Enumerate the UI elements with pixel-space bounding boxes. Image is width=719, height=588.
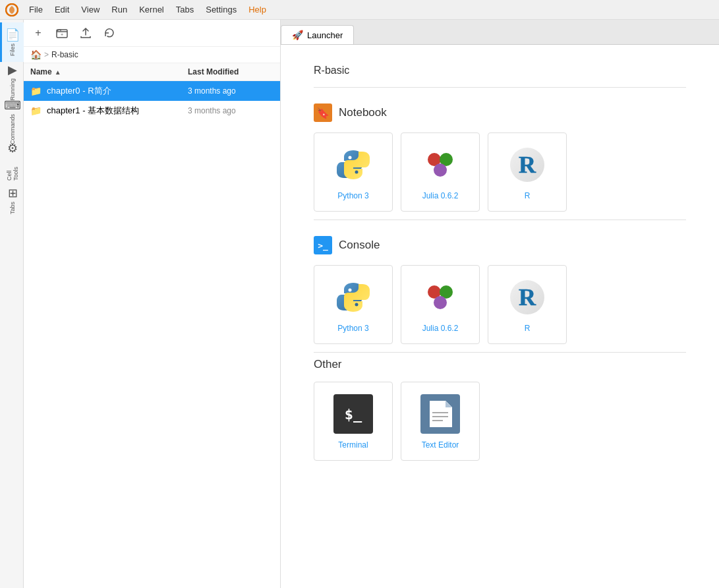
menu-edit[interactable]: Edit	[49, 3, 74, 16]
notebook-julia-label: Julia 0.6.2	[422, 191, 459, 200]
console-julia-card[interactable]: Julia 0.6.2	[401, 265, 480, 344]
launcher-tab-icon: 🚀	[292, 30, 303, 40]
refresh-button[interactable]	[100, 24, 119, 42]
home-link[interactable]: 🏠	[30, 49, 42, 60]
name-column-header[interactable]: Name ▲	[30, 67, 188, 76]
menu-view[interactable]: View	[76, 3, 105, 16]
console-section-icon: >_	[314, 236, 332, 254]
launcher-section-title: R-basic	[314, 65, 686, 76]
sidebar-item-commands[interactable]: ⌨ Commands	[0, 102, 24, 141]
notebook-r-card[interactable]: R R	[488, 132, 567, 212]
notebook-julia-card[interactable]: Julia 0.6.2	[401, 132, 480, 212]
file-name-chapter0: chapter0 - R简介	[47, 85, 183, 97]
file-list-header: Name ▲ Last Modified	[24, 63, 280, 81]
console-r-label: R	[525, 324, 531, 333]
svg-text:+: +	[61, 32, 63, 37]
menu-file[interactable]: File	[24, 3, 48, 16]
sidebar-item-running[interactable]: ▶ Running	[0, 62, 24, 102]
file-date-chapter0: 3 months ago	[188, 86, 273, 96]
texteditor-icon	[419, 393, 461, 435]
menu-tabs[interactable]: Tabs	[171, 3, 199, 16]
julia-notebook-icon	[419, 144, 461, 186]
svg-text:R: R	[519, 152, 536, 178]
julia-console-icon	[419, 276, 461, 318]
sidebar-item-tabs[interactable]: ⊞ Tabs	[0, 181, 24, 220]
terminal-icon-box: $_	[333, 394, 373, 434]
notebook-section-label: Notebook	[339, 106, 387, 119]
python3-notebook-icon	[332, 144, 374, 186]
menu-kernel[interactable]: Kernel	[134, 3, 169, 16]
svg-point-3	[349, 156, 352, 160]
file-item-chapter1[interactable]: 📁 chapter1 - 基本数据结构 3 months ago	[24, 101, 280, 121]
console-r-card[interactable]: R R	[488, 265, 567, 344]
menu-run[interactable]: Run	[106, 3, 132, 16]
launcher-tab[interactable]: 🚀 Launcher	[281, 25, 354, 44]
r-console-icon: R	[506, 276, 548, 318]
menu-help[interactable]: Help	[243, 3, 272, 16]
new-launcher-button[interactable]: +	[29, 24, 47, 42]
breadcrumb-separator: >	[44, 50, 49, 59]
console-julia-label: Julia 0.6.2	[422, 324, 459, 333]
sidebar-label-files: Files	[9, 44, 16, 56]
launcher-content: R-basic 🔖 Notebook	[281, 45, 719, 588]
file-toolbar: + +	[24, 20, 280, 47]
sidebar-item-celltools[interactable]: ⚙ Cell Tools	[0, 141, 24, 181]
file-item-chapter0[interactable]: 📁 chapter0 - R简介 3 months ago	[24, 81, 280, 101]
notebook-python3-label: Python 3	[337, 191, 368, 200]
divider-2	[314, 220, 686, 220]
python3-console-icon	[332, 276, 374, 318]
tabs-icon: ⊞	[8, 186, 18, 200]
sidebar-label-celltools: Cell Tools	[6, 157, 19, 181]
folder-icon-chapter0: 📁	[30, 86, 42, 96]
breadcrumb-current: R-basic	[51, 50, 78, 59]
sidebar-label-commands: Commands	[9, 114, 16, 144]
console-section-header: >_ Console	[314, 236, 686, 254]
notebook-section-icon: 🔖	[314, 103, 332, 122]
sidebar-label-running: Running	[9, 78, 16, 101]
notebook-r-label: R	[525, 191, 531, 200]
file-panel: + + 🏠 > R-basic Name ▲ Last Modified	[24, 20, 281, 588]
other-section-title: Other	[314, 358, 686, 371]
file-name-chapter1: chapter1 - 基本数据结构	[47, 105, 183, 117]
tab-bar: 🚀 Launcher	[281, 20, 719, 45]
texteditor-icon-box	[420, 394, 460, 434]
folder-icon-chapter1: 📁	[30, 105, 42, 116]
r-notebook-icon: R	[506, 144, 548, 186]
terminal-card[interactable]: $_ Terminal	[314, 382, 393, 461]
other-items-grid: $_ Terminal	[314, 382, 686, 461]
svg-point-11	[355, 303, 359, 307]
console-section-label: Console	[339, 239, 380, 252]
terminal-label: Terminal	[338, 440, 368, 450]
console-python3-card[interactable]: Python 3	[314, 265, 393, 344]
notebook-kernel-grid: Python 3 Julia 0.6.2	[314, 132, 686, 212]
sort-arrow-icon: ▲	[55, 69, 61, 76]
svg-point-4	[355, 171, 359, 174]
main-area: 📄 Files ▶ Running ⌨ Commands ⚙ Cell Tool…	[0, 20, 719, 588]
sidebar-label-tabs: Tabs	[9, 202, 16, 214]
menubar: File Edit View Run Kernel Tabs Settings …	[0, 0, 719, 20]
launcher-tab-label: Launcher	[307, 30, 343, 40]
svg-point-10	[349, 289, 352, 292]
notebook-python3-card[interactable]: Python 3	[314, 132, 393, 212]
texteditor-card[interactable]: Text Editor	[401, 382, 480, 461]
breadcrumb: 🏠 > R-basic	[24, 47, 280, 63]
new-folder-button[interactable]: +	[53, 24, 71, 42]
sidebar-item-files[interactable]: 📄 Files	[0, 22, 24, 62]
terminal-icon: $_	[332, 393, 374, 435]
divider-3	[314, 352, 686, 353]
svg-point-7	[434, 163, 447, 177]
upload-button[interactable]	[76, 24, 95, 42]
file-list: 📁 chapter0 - R简介 3 months ago 📁 chapter1…	[24, 81, 280, 588]
divider-1	[314, 87, 686, 88]
menu-settings[interactable]: Settings	[200, 3, 242, 16]
running-icon: ▶	[8, 63, 17, 77]
console-kernel-grid: Python 3 Julia 0.6.2	[314, 265, 686, 344]
files-icon: 📄	[5, 28, 20, 42]
notebook-section-header: 🔖 Notebook	[314, 103, 686, 122]
content-area: 🚀 Launcher R-basic 🔖 Notebook	[281, 20, 719, 588]
svg-point-14	[434, 296, 447, 309]
file-date-chapter1: 3 months ago	[188, 106, 273, 115]
modified-column-header[interactable]: Last Modified	[188, 67, 273, 76]
app-logo	[5, 3, 18, 16]
svg-text:R: R	[519, 284, 536, 310]
